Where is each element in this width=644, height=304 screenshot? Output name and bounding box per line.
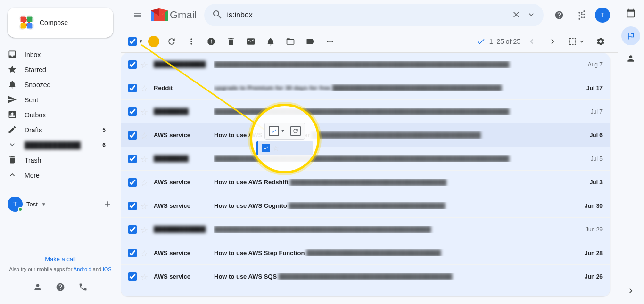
email-row[interactable]: ☆ AWS service How to use AWS Step Functi…	[121, 241, 610, 265]
email-star[interactable]: ☆	[140, 201, 150, 211]
gmail-text: Gmail	[170, 9, 197, 21]
email-row[interactable]: ☆ ████████████ █████████████████████████…	[121, 218, 610, 241]
sidebar-item-drafts[interactable]: Drafts 5	[0, 123, 113, 138]
help-button[interactable]	[550, 6, 569, 25]
email-star[interactable]: ☆	[140, 272, 150, 281]
add-account-button[interactable]	[102, 198, 113, 210]
more-actions-button[interactable]	[321, 32, 339, 51]
email-sender: AWS service	[154, 131, 210, 139]
more-toolbar-button[interactable]	[182, 32, 201, 51]
sidebar-item-label[interactable]: ████████████ 6	[0, 138, 113, 153]
email-row[interactable]: ☆ ████████ █████████████████████████████…	[121, 147, 610, 171]
email-checkbox[interactable]	[128, 272, 137, 281]
search-clear-button[interactable]	[510, 8, 523, 23]
next-page-button[interactable]	[543, 32, 562, 51]
layout-button[interactable]	[564, 32, 589, 51]
sidebar-item-starred[interactable]: Starred	[0, 62, 113, 77]
expand-icon	[8, 140, 17, 151]
email-checkbox[interactable]	[128, 60, 137, 69]
select-indicator	[148, 36, 159, 47]
email-row[interactable]: ☆ AWS service How to use AWS Redshift ██…	[121, 171, 610, 194]
android-link[interactable]: Android	[74, 266, 91, 272]
email-checkbox[interactable]	[128, 155, 137, 163]
nav-section: Inbox Starred Snoozed Sent Outbox	[0, 47, 121, 183]
email-row[interactable]: ☆ AWS service How to use AWS Elastic Bea…	[121, 288, 610, 296]
select-all-checkbox[interactable]	[128, 37, 137, 46]
email-date: Jul 17	[586, 85, 603, 91]
email-checkbox[interactable]	[128, 202, 137, 210]
outbox-icon	[8, 110, 17, 121]
email-date: Jul 6	[590, 132, 603, 139]
apps-button[interactable]	[572, 6, 591, 25]
email-row[interactable]: ☆ ████████ █████████████████████████████…	[121, 100, 610, 123]
move-to-button[interactable]	[281, 32, 300, 51]
mark-read-button[interactable]	[241, 32, 260, 51]
email-checkbox[interactable]	[128, 225, 137, 234]
email-checkbox[interactable]	[128, 178, 137, 187]
email-star[interactable]: ☆	[140, 154, 150, 164]
tasks-panel-button[interactable]	[621, 26, 640, 45]
account-row[interactable]: T Test ▼	[0, 193, 121, 215]
labels-button[interactable]	[301, 32, 320, 51]
sidebar: + Compose Inbox Starred Snoozed	[0, 0, 121, 304]
sidebar-item-trash[interactable]: Trash	[0, 153, 113, 168]
sidebar-item-outbox[interactable]: Outbox	[0, 107, 113, 123]
inbox-label: Inbox	[25, 51, 106, 58]
search-input[interactable]	[227, 11, 506, 19]
user-avatar[interactable]: T	[595, 8, 610, 23]
email-star[interactable]: ☆	[140, 83, 150, 93]
avatar-initial: T	[13, 200, 17, 208]
email-star[interactable]: ☆	[140, 296, 150, 297]
select-all-checkbox-wrap: ▼	[128, 37, 145, 46]
call-bottom-icon[interactable]	[74, 278, 92, 296]
email-row[interactable]: ☆ AWS service How to use AWS Cognito ███…	[121, 194, 610, 218]
email-snippet: ████████████████████████████████████████…	[214, 226, 582, 233]
email-star[interactable]: ☆	[140, 178, 150, 187]
ios-link[interactable]: iOS	[103, 266, 111, 272]
email-date: Jul 5	[591, 156, 603, 162]
sidebar-item-snoozed[interactable]: Snoozed	[0, 77, 113, 92]
sidebar-item-sent[interactable]: Sent	[0, 92, 113, 107]
email-sender: AWS service	[154, 202, 210, 209]
contacts-bottom-icon[interactable]	[28, 278, 47, 296]
prev-page-button[interactable]	[522, 32, 541, 51]
snooze-button[interactable]	[261, 32, 280, 51]
contacts-panel-button[interactable]	[621, 49, 640, 68]
compose-icon: +	[19, 15, 34, 30]
email-star[interactable]: ☆	[140, 107, 150, 116]
select-dropdown-arrow[interactable]: ▼	[137, 37, 145, 46]
email-row[interactable]: ☆ AWS service How to use AWS SQS ███████…	[121, 265, 610, 288]
compose-button[interactable]: + Compose	[8, 8, 113, 38]
make-call-link[interactable]: Make a call	[8, 255, 113, 263]
select-status	[476, 37, 486, 46]
sidebar-item-more[interactable]: More	[0, 168, 113, 183]
expand-panel-button[interactable]	[621, 281, 640, 300]
avatar: T	[8, 197, 23, 212]
email-snippet: How to use AWS Solution Officer ████████…	[214, 131, 586, 139]
email-row[interactable]: ☆ Reddit upgrade to Premium for 30 days …	[121, 76, 610, 100]
email-snippet: How to use AWS Redshift ████████████████…	[214, 179, 586, 186]
email-checkbox[interactable]	[128, 249, 137, 257]
help-bottom-icon[interactable]	[51, 278, 70, 296]
drafts-icon	[8, 125, 17, 136]
email-checkbox[interactable]	[128, 296, 137, 297]
email-star[interactable]: ☆	[140, 248, 150, 258]
settings-button[interactable]	[591, 32, 610, 51]
delete-button[interactable]	[222, 32, 240, 51]
sidebar-item-inbox[interactable]: Inbox	[0, 47, 113, 62]
refresh-button[interactable]	[162, 32, 181, 51]
email-star[interactable]: ☆	[140, 60, 150, 69]
email-star[interactable]: ☆	[140, 131, 150, 140]
email-snippet: How to use AWS Cognito █████████████████…	[214, 202, 581, 209]
search-options-button[interactable]	[527, 10, 536, 21]
report-spam-button[interactable]	[202, 32, 221, 51]
email-checkbox[interactable]	[128, 131, 137, 140]
email-star[interactable]: ☆	[140, 225, 150, 234]
snoozed-icon	[8, 80, 17, 90]
email-checkbox[interactable]	[128, 84, 137, 92]
menu-button[interactable]	[128, 6, 147, 25]
email-checkbox[interactable]	[128, 107, 137, 116]
email-row[interactable]: ☆ AWS service How to use AWS Solution Of…	[121, 123, 610, 147]
calendar-panel-button[interactable]	[621, 4, 640, 23]
email-row[interactable]: ☆ ████████████ █████████████████████████…	[121, 53, 610, 76]
